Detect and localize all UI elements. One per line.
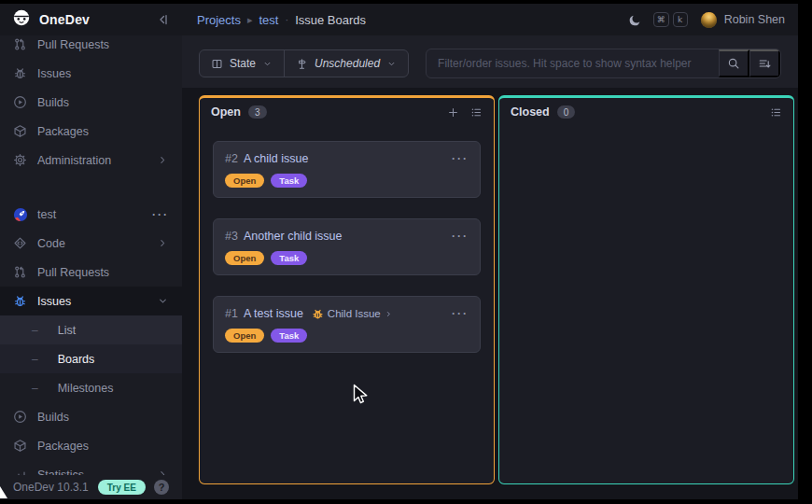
sidebar-collapse-icon[interactable] [156,12,171,27]
state-badge: Open [225,251,264,265]
user-name[interactable]: Robin Shen [724,13,785,26]
cmd-key-icon: ⌘ [653,12,669,27]
board-column-closed: Closed 0 [498,95,794,484]
onedev-logo-icon [12,8,31,31]
top-bar-right: ⌘ k Robin Shen [628,12,798,28]
breadcrumb-projects-link[interactable]: Projects [197,13,241,27]
board-toolbar: State Unscheduled [182,35,798,88]
sidebar-item-project-packages[interactable]: Packages [0,431,182,460]
chevron-down-icon [157,295,169,307]
card-badges: Open Task [225,174,469,188]
sidebar-item-project-issues[interactable]: Issues [0,287,182,315]
column-list-icon[interactable] [470,106,483,119]
order-button[interactable] [749,49,780,77]
child-bug-icon [312,308,324,320]
sidebar-item-label: Issues [37,295,71,308]
brand-area: OneDev [0,8,182,31]
sidebar-item-issues-list[interactable]: List [0,315,182,344]
project-name: test [37,208,56,221]
state-badge: Open [225,329,264,343]
k-key-icon: k [673,12,688,27]
sidebar-item-project-builds[interactable]: Builds [0,402,182,431]
issue-card[interactable]: #3 Another child issue ··· Open Task [213,218,481,275]
breadcrumb-project-link[interactable]: test [259,13,279,27]
sidebar-item-issues[interactable]: Issues [0,59,182,88]
child-issue-link[interactable]: Child Issue [312,308,393,320]
sidebar-item-label: Builds [37,96,69,109]
board-column-open: Open 3 #2 A child issue ··· [199,95,495,484]
issue-card[interactable]: #2 A child issue ··· Open Task [213,141,481,198]
add-issue-icon[interactable] [447,106,459,119]
column-title: Closed [511,105,550,119]
sidebar-item-label: Boards [58,353,95,366]
card-title-row: #3 Another child issue ··· [225,230,469,243]
sidebar-item-label: Pull Requests [37,266,109,279]
sidebar-item-code[interactable]: Code [0,229,182,258]
sidebar-footer: OneDev 10.3.1 Try EE ? [0,475,182,499]
type-badge: Task [271,329,307,343]
child-issue-label: Child Issue [328,308,381,319]
state-badge: Open [225,174,264,188]
bug-icon [13,66,27,80]
issue-title-link[interactable]: Another child issue [244,230,343,243]
sidebar-item-label: Builds [37,411,69,424]
sidebar-item-label: Packages [37,440,89,453]
sidebar-item-label: Issues [37,67,71,80]
search-button[interactable] [719,49,749,77]
card-menu-icon[interactable]: ··· [452,311,469,316]
card-menu-icon[interactable]: ··· [452,233,469,239]
issue-card[interactable]: #1 A test issue Child Issue ··· [213,296,481,353]
board-columns-icon [211,58,223,70]
sidebar-item-label: Packages [37,125,89,138]
brand-title: OneDev [39,12,90,27]
sidebar-item-issues-boards[interactable]: Boards [0,344,182,373]
bug-icon [13,294,27,308]
chevron-down-icon [262,59,273,69]
column-list-icon[interactable] [770,106,782,119]
project-rocket-icon [13,207,27,221]
filter-input-group [426,49,781,78]
sidebar-item-builds[interactable]: Builds [0,88,182,117]
sidebar-item-administration[interactable]: Administration [0,146,182,175]
user-avatar[interactable] [701,12,717,28]
chevron-right-icon [157,237,169,249]
version-label: OneDev 10.3.1 [13,481,89,494]
package-box-icon [13,124,27,138]
screenshot-stage: OneDev Projects ▸ test · Issue Boards ⌘ … [0,0,812,504]
play-circle-icon [13,95,27,109]
try-ee-badge[interactable]: Try EE [98,480,146,495]
board-select-label: State [230,57,256,70]
pull-request-icon [13,37,27,51]
sidebar-item-project-pull-requests[interactable]: Pull Requests [0,258,182,287]
column-header: Closed 0 [499,98,793,126]
card-menu-icon[interactable]: ··· [452,156,469,161]
card-title-row: #2 A child issue ··· [225,152,469,165]
chevron-right-icon [157,154,169,166]
milestone-select-button[interactable]: Unscheduled [284,50,408,77]
sidebar-item-packages[interactable]: Packages [0,117,182,146]
column-title: Open [211,105,241,119]
dark-mode-toggle-icon[interactable] [628,13,642,27]
code-diamond-icon [13,236,27,250]
column-header: Open 3 [200,98,494,126]
project-more-menu-icon[interactable]: ··· [152,212,169,217]
chevron-down-icon [386,59,397,69]
breadcrumb-separator: ▸ [247,14,253,26]
sidebar-item-label: Pull Requests [37,38,109,51]
sidebar-project-header[interactable]: test ··· [0,200,182,229]
help-icon[interactable]: ? [154,480,169,495]
sidebar-item-label: Milestones [58,382,114,395]
board-select-button[interactable]: State [200,50,284,77]
column-header-actions [447,106,483,119]
milestone-select-label: Unscheduled [315,57,380,70]
issue-title-link[interactable]: A test issue [244,307,303,320]
gear-icon [13,153,27,167]
filter-input[interactable] [427,49,719,77]
card-list: #2 A child issue ··· Open Task #3 [200,126,494,368]
type-badge: Task [271,174,307,188]
keyboard-shortcut-hint: ⌘ k [653,12,688,27]
sidebar-item-pull-requests[interactable]: Pull Requests [0,35,182,59]
sidebar-item-issues-milestones[interactable]: Milestones [0,373,182,402]
issue-title-link[interactable]: A child issue [244,152,308,165]
main-content: State Unscheduled [182,35,798,499]
